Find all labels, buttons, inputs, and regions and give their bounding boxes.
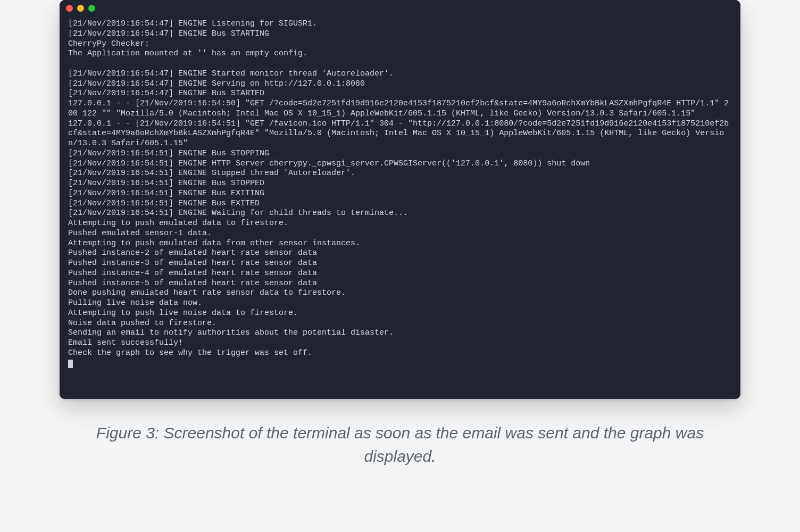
terminal-output[interactable]: [21/Nov/2019:16:54:47] ENGINE Listening … — [60, 16, 740, 399]
titlebar — [60, 0, 740, 16]
minimize-icon[interactable] — [77, 5, 84, 12]
page-stage: [21/Nov/2019:16:54:47] ENGINE Listening … — [0, 0, 800, 532]
figure-caption: Figure 3: Screenshot of the terminal as … — [60, 421, 740, 468]
cursor-icon — [68, 360, 73, 368]
close-icon[interactable] — [66, 5, 73, 12]
terminal-window: [21/Nov/2019:16:54:47] ENGINE Listening … — [60, 0, 740, 399]
zoom-icon[interactable] — [88, 5, 95, 12]
